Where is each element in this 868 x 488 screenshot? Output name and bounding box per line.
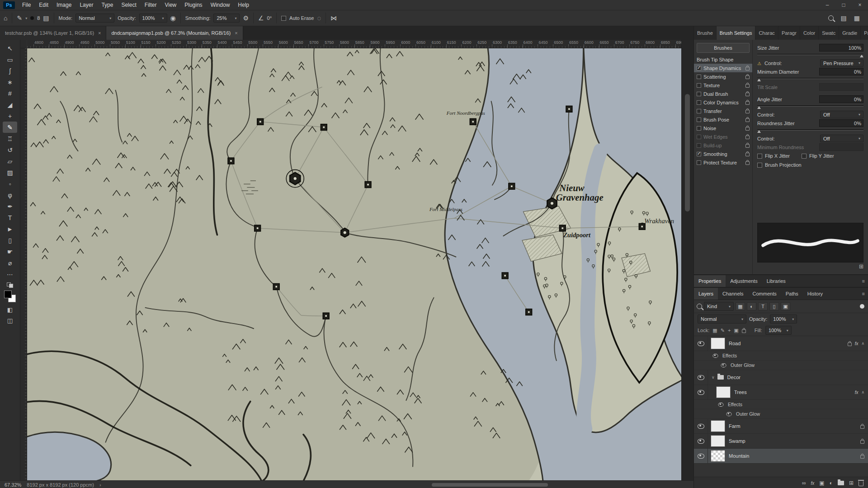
layer-name[interactable]: Trees <box>734 389 747 395</box>
tab-color[interactable]: Color <box>800 26 819 40</box>
minimum-diameter-slider[interactable] <box>757 76 863 81</box>
tool-preset-icon[interactable]: ✎ <box>17 15 22 21</box>
tab-brush-settings[interactable]: Brush Settings <box>717 26 756 40</box>
layer-effects-icon[interactable]: fx <box>811 481 815 486</box>
hand-tool[interactable]: ☛ <box>3 246 17 257</box>
layer-thumbnail[interactable] <box>716 386 731 398</box>
layer-name[interactable]: Mountain <box>729 453 749 459</box>
tab-history[interactable]: History <box>803 288 827 300</box>
foreground-color-swatch[interactable] <box>4 291 12 298</box>
horizontal-ruler[interactable]: 4800485049004950500050505100515052005250… <box>27 40 681 48</box>
crop-tool[interactable]: # <box>3 88 17 99</box>
tab-pattern[interactable]: Pattern <box>861 26 868 40</box>
tab-swatc[interactable]: Swatc <box>819 26 839 40</box>
pressure-opacity-icon[interactable]: ◉ <box>170 15 176 21</box>
behavior-checkbox[interactable] <box>697 126 701 131</box>
document-tab[interactable]: testchar.psb @ 134% (Layer 1, RGB/16)× <box>0 26 106 40</box>
behavior-lock-icon[interactable] <box>745 101 750 105</box>
flip-x-jitter-checkbox[interactable] <box>757 154 762 159</box>
close-tab-icon[interactable]: × <box>235 30 237 36</box>
tab-comments[interactable]: Comments <box>748 288 781 300</box>
home-icon[interactable]: ⌂ <box>4 15 7 21</box>
tab-properties[interactable]: Properties <box>694 275 726 287</box>
tab-paths[interactable]: Paths <box>781 288 803 300</box>
ruler-origin-corner[interactable] <box>20 40 27 48</box>
effects-row[interactable]: Effects <box>694 400 868 409</box>
layer-row-road[interactable]: Roadfx∧ <box>694 336 868 351</box>
behavior-checkbox[interactable] <box>697 83 701 88</box>
menu-image[interactable]: Image <box>52 0 75 10</box>
filter-type-layers-icon[interactable]: T <box>758 302 768 310</box>
lock-all-icon[interactable] <box>742 329 746 333</box>
effects-row[interactable]: Effects <box>694 351 868 361</box>
visibility-cell[interactable] <box>694 449 708 463</box>
close-tab-icon[interactable]: × <box>98 30 101 36</box>
effect-row-outer-glow[interactable]: Outer Glow <box>694 409 868 419</box>
angle-control-dropdown[interactable]: Off ▾ <box>820 111 863 118</box>
menu-type[interactable]: Type <box>97 0 117 10</box>
move-tool[interactable]: ↖ <box>3 42 17 54</box>
behavior-checkbox[interactable] <box>697 160 701 165</box>
tab-channels[interactable]: Channels <box>718 288 748 300</box>
default-colors-icon[interactable] <box>7 282 13 287</box>
visibility-cell[interactable] <box>694 385 708 399</box>
workspace-switcher-icon[interactable]: ▦ <box>854 15 860 21</box>
eye-icon[interactable] <box>713 354 718 358</box>
tab-libraries[interactable]: Libraries <box>762 275 790 287</box>
tab-adjustments[interactable]: Adjustments <box>726 275 762 287</box>
behavior-lock-icon[interactable] <box>745 118 750 122</box>
layer-row-swamp[interactable]: Swamp <box>694 434 868 449</box>
vertical-scrollbar[interactable] <box>681 40 693 480</box>
new-brush-icon[interactable]: ⊞ <box>859 263 863 270</box>
minimize-button[interactable]: – <box>819 0 835 10</box>
foreground-background-swatches[interactable] <box>4 291 16 302</box>
layer-thumbnail[interactable] <box>711 420 725 432</box>
quick-selection-tool[interactable]: ∗ <box>3 76 17 88</box>
tab-gradie[interactable]: Gradie <box>839 26 861 40</box>
chevron-down-icon[interactable]: ▾ <box>25 16 27 20</box>
size-control-dropdown[interactable]: Pen Pressure ▾ <box>820 59 863 67</box>
behavior-checkbox[interactable] <box>697 100 701 105</box>
blend-mode-dropdown[interactable]: Normal ▾ <box>698 314 746 324</box>
behavior-lock-icon[interactable] <box>745 75 750 79</box>
filter-search-icon[interactable] <box>697 304 702 309</box>
collapse-effects-chevron-icon[interactable]: ∧ <box>861 341 864 346</box>
menu-help[interactable]: Help <box>234 0 253 10</box>
layer-name[interactable]: Swamp <box>729 438 745 444</box>
group-expand-chevron-icon[interactable]: ∨ <box>712 375 715 380</box>
behavior-lock-icon[interactable] <box>745 110 750 113</box>
layer-name[interactable]: Farm <box>729 423 741 429</box>
smoothing-dropdown[interactable]: 25% ▾ <box>213 14 240 23</box>
history-brush-tool[interactable]: ↺ <box>3 144 17 155</box>
panel-menu-icon[interactable]: ≡ <box>862 291 865 296</box>
auto-erase-checkbox[interactable] <box>281 16 286 21</box>
filter-shape-layers-icon[interactable]: ▯ <box>769 302 779 310</box>
eye-icon[interactable] <box>726 412 732 416</box>
menu-window[interactable]: Window <box>207 0 234 10</box>
brush-behavior-texture[interactable]: Texture <box>694 81 752 89</box>
layer-thumbnail[interactable] <box>711 450 725 462</box>
menu-filter[interactable]: Filter <box>141 0 161 10</box>
map-canvas[interactable]: Fort NoordbergpasFort MiddelpassNieuwGra… <box>27 48 681 480</box>
visibility-cell[interactable] <box>694 336 708 351</box>
behavior-lock-icon[interactable] <box>745 67 750 70</box>
airbrush-icon[interactable]: ◌ <box>317 15 321 21</box>
zoom-tool[interactable]: ⌀ <box>3 257 17 268</box>
pen-tool[interactable]: ✒ <box>3 201 17 212</box>
mode-dropdown[interactable]: Normal ▾ <box>75 14 114 23</box>
eye-icon[interactable] <box>698 341 704 346</box>
brush-behavior-transfer[interactable]: Transfer <box>694 107 752 115</box>
eye-icon[interactable] <box>698 454 704 459</box>
menu-plugins[interactable]: Plugins <box>180 0 206 10</box>
layer-row-mountain[interactable]: Mountain <box>694 449 868 464</box>
behavior-checkbox[interactable] <box>697 143 701 148</box>
behavior-checkbox[interactable] <box>697 152 701 156</box>
brush-projection-checkbox[interactable] <box>757 163 762 168</box>
document-tab[interactable]: dndcampaignmap1.psb @ 67.3% (Mountain, R… <box>106 26 243 40</box>
layer-mask-icon[interactable]: ▣ <box>819 480 824 486</box>
minimum-diameter-value[interactable]: 0% <box>819 68 863 75</box>
behavior-lock-icon[interactable] <box>745 84 750 88</box>
zoom-level[interactable]: 67.32% <box>5 482 21 488</box>
pencil-tool[interactable]: ✎ <box>3 122 17 133</box>
behavior-lock-icon[interactable] <box>745 161 750 165</box>
